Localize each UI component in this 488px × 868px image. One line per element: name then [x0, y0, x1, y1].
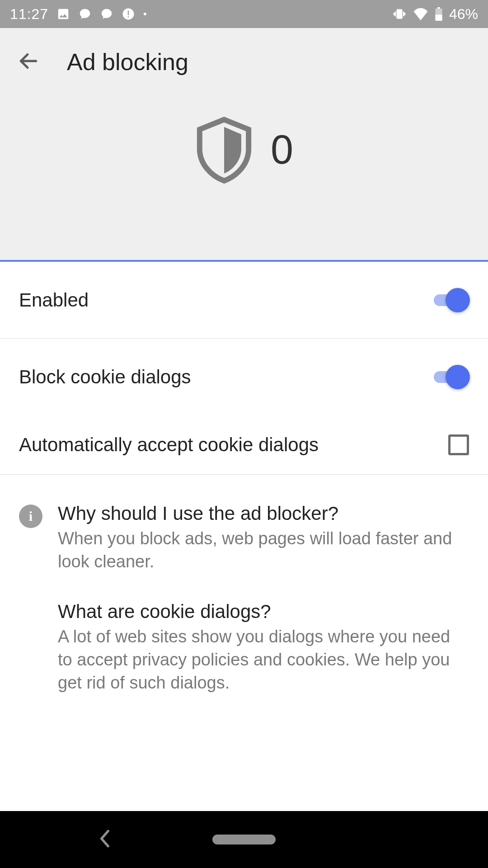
svg-rect-4 [437, 7, 440, 9]
shield-icon [195, 114, 253, 186]
blocked-count: 0 [271, 127, 293, 173]
back-arrow-icon[interactable] [17, 50, 40, 74]
svg-rect-3 [397, 10, 402, 19]
svg-rect-1 [128, 11, 129, 15]
cookie-group: Block cookie dialogs Automatically accep… [0, 339, 488, 475]
info-icon: i [19, 505, 42, 528]
status-left: 11:27 • [10, 6, 147, 23]
info-block-1: Why should I use the ad blocker? When yo… [58, 503, 469, 574]
nav-home-pill[interactable] [212, 835, 276, 844]
enabled-label: Enabled [19, 289, 89, 311]
switch-thumb [446, 365, 470, 389]
reddit-icon [78, 7, 92, 21]
battery-icon [435, 7, 443, 21]
page-title: Ad blocking [67, 48, 188, 75]
info-q2-body: A lot of web sites show you dialogs wher… [58, 625, 469, 695]
alert-icon [122, 7, 135, 21]
status-bar: 11:27 • 46% [0, 0, 488, 28]
auto-accept-checkbox[interactable] [448, 434, 469, 455]
block-cookie-switch[interactable] [434, 365, 469, 389]
system-nav-bar [0, 811, 488, 868]
auto-accept-label: Automatically accept cookie dialogs [19, 434, 319, 456]
picture-icon [56, 7, 70, 21]
svg-rect-2 [128, 16, 129, 18]
status-right: 46% [392, 6, 478, 23]
settings-list: Enabled Block cookie dialogs Automatical… [0, 262, 488, 811]
vibrate-icon [392, 7, 407, 21]
block-cookie-row[interactable]: Block cookie dialogs [0, 339, 488, 415]
status-time: 11:27 [10, 6, 48, 23]
hero-section: Ad blocking 0 [0, 28, 488, 260]
svg-rect-6 [435, 15, 442, 21]
auto-accept-row[interactable]: Automatically accept cookie dialogs [0, 415, 488, 474]
info-q1-body: When you block ads, web pages will load … [58, 527, 469, 574]
hero: 0 [0, 114, 488, 186]
enabled-switch[interactable] [434, 288, 469, 312]
info-section: i Why should I use the ad blocker? When … [0, 475, 488, 740]
wifi-icon [413, 8, 428, 20]
app-header: Ad blocking [0, 28, 488, 96]
info-q2-title: What are cookie dialogs? [58, 601, 469, 623]
block-cookie-label: Block cookie dialogs [19, 366, 191, 388]
battery-percent: 46% [449, 6, 478, 23]
nav-back-icon[interactable] [99, 829, 111, 850]
info-body: Why should I use the ad blocker? When yo… [58, 503, 469, 722]
info-block-2: What are cookie dialogs? A lot of web si… [58, 601, 469, 695]
enabled-row[interactable]: Enabled [0, 262, 488, 339]
info-q1-title: Why should I use the ad blocker? [58, 503, 469, 524]
switch-thumb [446, 288, 470, 312]
dot-icon: • [143, 8, 147, 20]
reddit-icon [100, 7, 113, 21]
